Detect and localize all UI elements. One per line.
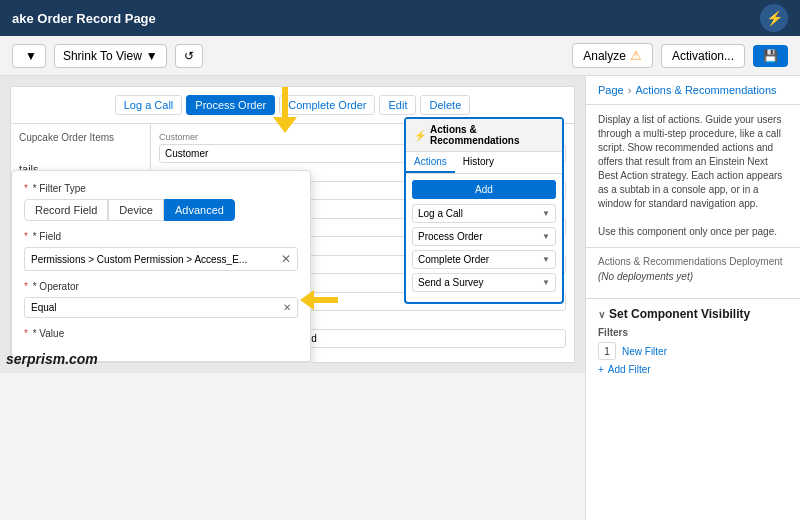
complete-chevron-icon: ▼	[542, 255, 550, 264]
rec-add-btn[interactable]: Add	[412, 180, 556, 199]
actions-rec-body: Add Log a Call ▼ Process Order ▼ Complet…	[406, 174, 562, 302]
log-call-btn[interactable]: Log a Call	[115, 95, 183, 115]
sidebar-cupcake-orders: Cupcake Order Items	[19, 132, 142, 143]
add-filter-btn[interactable]: + Add Filter	[598, 364, 651, 375]
field-clear-icon[interactable]: ✕	[281, 252, 291, 266]
top-nav-bar: ake Order Record Page ⚡	[0, 0, 800, 36]
activation-btn[interactable]: Activation...	[661, 44, 745, 68]
lightning-icon: ⚡	[766, 10, 783, 26]
panel-usage-note: Use this component only once per page.	[598, 225, 788, 239]
page-canvas: Log a Call Process Order Complete Order …	[10, 86, 575, 363]
value-label: * * Value	[24, 328, 298, 339]
save-btn[interactable]: 💾	[753, 45, 788, 67]
value-section: * * Value	[24, 328, 298, 339]
filter-advanced-btn[interactable]: Advanced	[164, 199, 235, 221]
actions-rec-tabs: Actions History	[406, 152, 562, 174]
field-required-star: *	[24, 231, 28, 242]
left-arrow-body	[314, 297, 338, 303]
dropdown-arrow-icon: ▼	[25, 49, 37, 63]
operator-clear-icon[interactable]: ✕	[283, 302, 291, 313]
no-deployment-text: (No deployments yet)	[598, 271, 788, 282]
filter-modal: * * Filter Type Record Field Device Adva…	[11, 170, 311, 362]
toolbar: ▼ Shrink To View ▼ ↺ Analyze ⚠ Activatio…	[0, 36, 800, 76]
rec-complete-order[interactable]: Complete Order ▼	[412, 250, 556, 269]
panel-description: Display a list of actions. Guide your us…	[586, 105, 800, 248]
filter-field-section: * * Field Permissions > Custom Permissio…	[24, 231, 298, 271]
actions-rec-title: Actions & Recommendations	[430, 124, 554, 146]
view-dropdown[interactable]: ▼	[12, 44, 46, 68]
tab-actions[interactable]: Actions	[406, 152, 455, 173]
activation-label: Activation...	[672, 49, 734, 63]
process-order-label: Process Order	[418, 231, 482, 242]
filters-label: Filters	[598, 327, 788, 338]
canvas-area: Log a Call Process Order Complete Order …	[0, 76, 585, 373]
actions-rec-panel: ⚡ Actions & Recommendations Actions Hist…	[404, 117, 564, 304]
filter-record-field-btn[interactable]: Record Field	[24, 199, 108, 221]
deployment-label: Actions & Recommendations Deployment	[598, 256, 788, 267]
breadcrumb-sep: ›	[628, 84, 632, 96]
panel-desc-text: Display a list of actions. Guide your us…	[598, 113, 788, 211]
toolbar-right: Analyze ⚠ Activation... 💾	[572, 43, 788, 68]
operator-label: * * Operator	[24, 281, 298, 292]
top-nav-right: ⚡	[760, 4, 788, 32]
delete-btn[interactable]: Delete	[420, 95, 470, 115]
log-call-label: Log a Call	[418, 208, 463, 219]
canvas-wrapper: Log a Call Process Order Complete Order …	[0, 76, 585, 520]
send-survey-label: Send a Survey	[418, 277, 484, 288]
arrow-head	[273, 117, 297, 133]
rec-log-call[interactable]: Log a Call ▼	[412, 204, 556, 223]
refresh-btn[interactable]: ↺	[175, 44, 203, 68]
warning-icon: ⚠	[630, 48, 642, 63]
right-panel: Page › Actions & Recommendations Display…	[585, 76, 800, 520]
chevron-icon: ∨	[598, 309, 605, 320]
main-layout: Log a Call Process Order Complete Order …	[0, 76, 800, 520]
visibility-title: ∨ Set Component Visibility	[598, 307, 788, 321]
analyze-btn[interactable]: Analyze ⚠	[572, 43, 653, 68]
val-required-star: *	[24, 328, 28, 339]
right-panel-header: Page › Actions & Recommendations	[586, 76, 800, 105]
breadcrumb-page: Page	[598, 84, 624, 96]
edit-btn[interactable]: Edit	[379, 95, 416, 115]
deployment-section: Actions & Recommendations Deployment (No…	[586, 248, 800, 298]
refresh-icon: ↺	[184, 49, 194, 63]
down-arrow-indicator	[273, 87, 297, 133]
field-value-text: Permissions > Custom Permission > Access…	[31, 254, 247, 265]
field-input[interactable]: Permissions > Custom Permission > Access…	[24, 247, 298, 271]
complete-order-label: Complete Order	[418, 254, 489, 265]
operator-value: Equal	[31, 302, 57, 313]
operator-input[interactable]: Equal ✕	[24, 297, 298, 318]
required-star: *	[24, 183, 28, 194]
process-chevron-icon: ▼	[542, 232, 550, 241]
filter-type-section: * * Filter Type Record Field Device Adva…	[24, 183, 298, 221]
actions-rec-icon: ⚡	[414, 130, 426, 141]
log-chevron-icon: ▼	[542, 209, 550, 218]
left-arrow-indicator	[300, 290, 338, 310]
tab-history[interactable]: History	[455, 152, 502, 173]
breadcrumb-section: Actions & Recommendations	[635, 84, 776, 96]
filter-row-1: 1 New Filter	[598, 342, 788, 360]
breadcrumb: Page › Actions & Recommendations	[598, 84, 788, 96]
visibility-title-text: Set Component Visibility	[609, 307, 750, 321]
shrink-arrow-icon: ▼	[146, 49, 158, 63]
analyze-label: Analyze	[583, 49, 626, 63]
filter-type-label: * * Filter Type	[24, 183, 298, 194]
watermark: serprism.com	[6, 351, 98, 367]
visibility-section: ∨ Set Component Visibility Filters 1 New…	[586, 298, 800, 383]
rec-process-order[interactable]: Process Order ▼	[412, 227, 556, 246]
save-icon: 💾	[763, 49, 778, 63]
add-filter-label: Add Filter	[608, 364, 651, 375]
shrink-to-view-btn[interactable]: Shrink To View ▼	[54, 44, 167, 68]
app-icon: ⚡	[760, 4, 788, 32]
rec-send-survey[interactable]: Send a Survey ▼	[412, 273, 556, 292]
left-arrow-head	[300, 290, 314, 310]
filter-type-buttons: Record Field Device Advanced	[24, 199, 298, 221]
survey-chevron-icon: ▼	[542, 278, 550, 287]
process-order-btn[interactable]: Process Order	[186, 95, 275, 115]
page-title: ake Order Record Page	[12, 11, 156, 26]
filter-field-label: * * Field	[24, 231, 298, 242]
plus-icon: +	[598, 364, 604, 375]
arrow-shaft	[282, 87, 288, 117]
shrink-label: Shrink To View	[63, 49, 142, 63]
new-filter-btn[interactable]: New Filter	[622, 346, 667, 357]
filter-device-btn[interactable]: Device	[108, 199, 164, 221]
